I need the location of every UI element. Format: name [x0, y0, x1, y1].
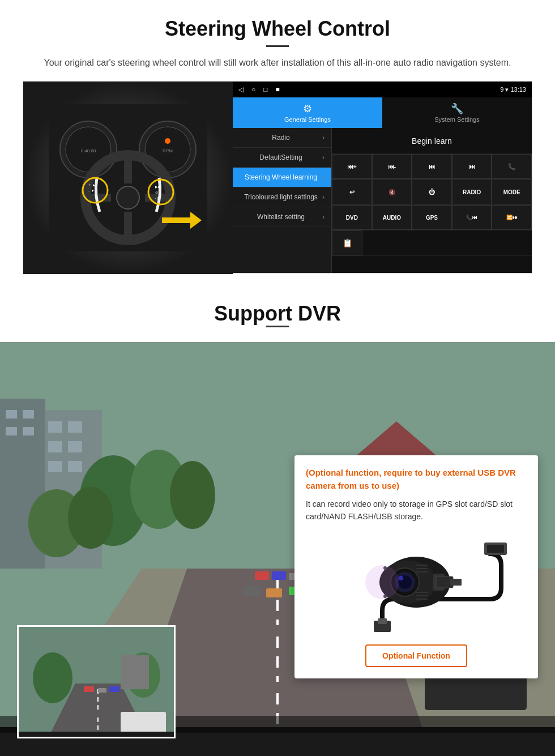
btn-vol-up[interactable]: ⏮+ [332, 154, 372, 179]
svg-rect-46 [272, 571, 286, 580]
btn-tel-prev[interactable]: 📞⏮ [452, 205, 492, 230]
controls-panel: Begin learn ⏮+ ⏮- ⏮ ⏭ [332, 128, 532, 273]
svg-rect-49 [266, 588, 282, 597]
dvr-background: FOR SALE [0, 342, 555, 756]
btn-shuffle-next[interactable]: 🔀⏭ [492, 205, 532, 230]
btn-power[interactable]: ⏻ [412, 180, 452, 204]
svg-text:RPM: RPM [163, 148, 173, 153]
svg-point-40 [68, 486, 113, 549]
svg-rect-33 [68, 441, 82, 452]
home-icon[interactable]: ○ [251, 86, 255, 93]
dvr-section: Support DVR [0, 285, 555, 756]
settings-menu: Radio › DefaultSetting › Steering Wheel … [233, 128, 332, 273]
dvr-divider [266, 326, 289, 327]
svg-rect-32 [48, 441, 62, 452]
menu-item-steering-wheel[interactable]: Steering Wheel learning › [233, 168, 331, 187]
tab-system-settings[interactable]: 🔧 System Settings [382, 97, 532, 128]
dvr-title: Support DVR [0, 302, 555, 326]
svg-rect-34 [48, 461, 62, 472]
dvr-info-box: (Optional function, require to buy exter… [294, 455, 538, 678]
chevron-radio: › [322, 134, 325, 142]
btn-gps[interactable]: GPS [412, 205, 452, 230]
dvr-optional-note: (Optional function, require to buy exter… [306, 467, 527, 492]
svg-point-73 [33, 652, 72, 703]
page-title: Steering Wheel Control [23, 17, 532, 41]
settings-icon: ⚙ [303, 102, 312, 115]
back-icon[interactable]: ◁ [238, 86, 244, 93]
svg-text:◁▷: ◁▷ [155, 197, 161, 200]
menu-item-whitelist[interactable]: Whitelist setting › [233, 207, 331, 227]
svg-text:↩: ↩ [95, 197, 98, 200]
steering-description: Your original car's steering wheel contr… [34, 56, 521, 70]
btn-mode[interactable]: MODE [492, 180, 532, 204]
control-row-3: DVD AUDIO GPS 📞⏮ 🔀⏭ [332, 205, 532, 230]
svg-rect-71 [98, 688, 106, 693]
btn-extra[interactable]: 📋 [332, 230, 362, 255]
svg-rect-81 [487, 545, 504, 553]
menu-item-radio[interactable]: Radio › [233, 128, 331, 148]
svg-rect-28 [23, 427, 34, 435]
svg-rect-26 [23, 410, 34, 418]
svg-rect-77 [19, 732, 176, 738]
begin-learn-button[interactable]: Begin learn [332, 128, 532, 154]
svg-rect-72 [109, 686, 119, 692]
chevron-tricoloured: › [322, 193, 325, 201]
dvr-inset-thumbnail [17, 625, 176, 738]
tab-general-settings[interactable]: ⚙ General Settings [233, 97, 382, 128]
title-divider [266, 45, 289, 47]
svg-rect-30 [48, 421, 62, 433]
steering-demo-area: 0 40 80 RPM [23, 81, 532, 274]
control-row-4: 📋 [332, 230, 532, 256]
nav-icons: ◁ ○ □ ■ [238, 86, 280, 93]
menu-item-tricoloured[interactable]: Tricoloured light settings › [233, 187, 331, 207]
tab-general-label: General Settings [284, 116, 331, 123]
btn-call[interactable]: 📞 [492, 154, 532, 179]
btn-audio[interactable]: AUDIO [372, 205, 412, 230]
system-icon: 🔧 [451, 102, 463, 115]
android-topbar: ◁ ○ □ ■ 9 ▾ 13:13 [233, 82, 532, 97]
svg-point-87 [399, 576, 403, 580]
optional-function-button[interactable]: Optional Function [365, 644, 467, 667]
android-ui-panel: ◁ ○ □ ■ 9 ▾ 13:13 ⚙ General Settings 🔧 S… [233, 82, 532, 273]
svg-text:0 40 80: 0 40 80 [81, 148, 96, 153]
svg-rect-79 [378, 618, 387, 624]
control-row-1: ⏮+ ⏮- ⏮ ⏭ 📞 [332, 154, 532, 180]
btn-radio[interactable]: RADIO [452, 180, 492, 204]
dvr-header: Support DVR [0, 285, 555, 342]
svg-text:⊙: ⊙ [155, 191, 158, 194]
svg-text:+ ▲: + ▲ [88, 183, 96, 187]
svg-rect-75 [121, 655, 149, 689]
btn-dvd[interactable]: DVD [332, 205, 372, 230]
btn-mute[interactable]: 🔇 [372, 180, 412, 204]
svg-rect-45 [255, 571, 269, 580]
steering-wheel-image: 0 40 80 RPM [23, 82, 233, 274]
svg-rect-25 [6, 410, 17, 418]
status-bar: 9 ▾ 13:13 [500, 86, 526, 93]
svg-point-13 [117, 186, 139, 209]
svg-point-38 [170, 461, 215, 529]
steering-section: Steering Wheel Control Your original car… [0, 0, 555, 285]
svg-rect-35 [68, 461, 82, 472]
svg-text:- ▼: - ▼ [88, 189, 95, 193]
android-body: Radio › DefaultSetting › Steering Wheel … [233, 128, 532, 273]
chevron-default: › [322, 153, 325, 161]
btn-hangup[interactable]: ↩ [332, 180, 372, 204]
btn-prev-track[interactable]: ⏮ [412, 154, 452, 179]
chevron-steering: › [322, 173, 325, 181]
dvr-camera-illustration [306, 531, 527, 639]
svg-rect-27 [6, 427, 17, 435]
btn-vol-down[interactable]: ⏮- [372, 154, 412, 179]
svg-point-91 [365, 565, 399, 599]
android-tabs: ⚙ General Settings 🔧 System Settings [233, 97, 532, 128]
dvr-description: It can record video only to storage in G… [306, 498, 527, 523]
btn-next-track[interactable]: ⏭ [452, 154, 492, 179]
svg-rect-93 [450, 579, 462, 586]
menu-item-defaultsetting[interactable]: DefaultSetting › [233, 148, 331, 168]
menu-icon[interactable]: ■ [276, 86, 280, 93]
svg-point-7 [165, 138, 170, 144]
recent-icon[interactable]: □ [263, 86, 267, 93]
svg-rect-48 [244, 586, 261, 596]
control-row-2: ↩ 🔇 ⏻ RADIO MODE [332, 180, 532, 205]
svg-text:▶■: ▶■ [155, 185, 160, 189]
svg-rect-31 [68, 421, 82, 433]
